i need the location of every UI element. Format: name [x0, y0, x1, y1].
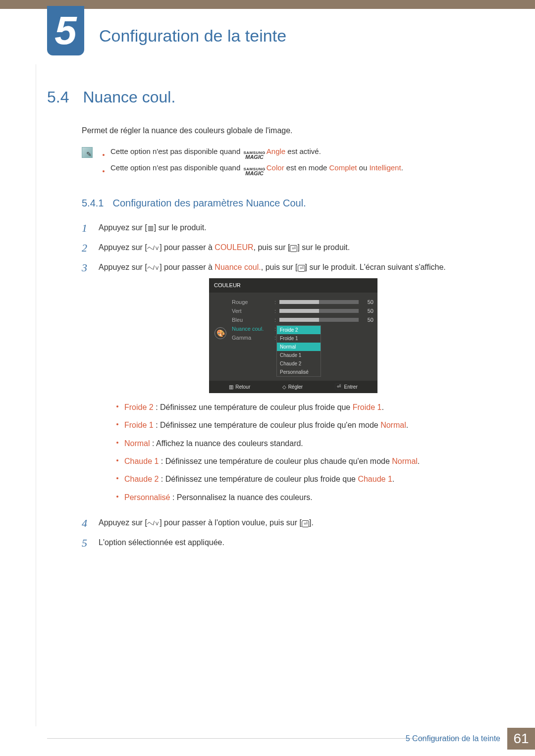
step-3: 3 Appuyez sur [ヘ/∨] pour passer à Nuance… — [82, 261, 488, 510]
note-term: Angle — [267, 147, 285, 155]
osd-option: Personnalisé — [277, 368, 321, 376]
step-4: 4 Appuyez sur [ヘ/∨] pour passer à l'opti… — [82, 517, 488, 530]
section-heading: 5.4 Nuance coul. — [47, 88, 488, 106]
enter-icon: ⏎ — [290, 245, 297, 252]
note-block: Cette option n'est pas disponible quand … — [82, 147, 488, 180]
footer-chapter: 5 Configuration de la teinte — [406, 734, 507, 743]
left-margin-rule — [36, 64, 36, 726]
osd-option: Chaude 2 — [277, 359, 321, 368]
subsection-heading: 5.4.1 Configuration des paramètres Nuanc… — [82, 198, 488, 209]
samsung-magic-logo: SAMSUNG MAGIC — [243, 168, 265, 176]
footer-rule — [47, 738, 461, 739]
option-desc: Chaude 1 : Définissez une température de… — [116, 456, 488, 467]
osd-screenshot: COULEUR 🎨 Rouge:50 Vert:50 Bleu:50 Nuanc… — [209, 278, 377, 393]
option-desc: Personnalisé : Personnalisez la nuance d… — [116, 492, 488, 503]
chapter-number: 5 — [54, 8, 77, 53]
step-1: 1 Appuyez sur [▥] sur le produit. — [82, 222, 488, 235]
bullet-icon — [103, 170, 105, 172]
step-number: 3 — [82, 261, 90, 274]
chapter-badge: 5 — [47, 6, 84, 55]
bullet-icon — [116, 477, 118, 479]
osd-title: COULEUR — [209, 278, 377, 293]
step-5: 5 L'option sélectionnée est appliquée. — [82, 537, 488, 550]
subsection-number: 5.4.1 — [82, 198, 104, 209]
adjust-icon: ◇ — [282, 383, 286, 391]
step-2: 2 Appuyez sur [ヘ/∨] pour passer à COULEU… — [82, 242, 488, 254]
subsection-title: Configuration des paramètres Nuance Coul… — [112, 198, 306, 209]
chapter-header: 5 Configuration de la teinte — [0, 9, 535, 68]
enter-icon: ⏎ — [335, 383, 342, 390]
bullet-icon — [116, 405, 118, 407]
osd-option: Chaude 1 — [277, 351, 321, 359]
samsung-magic-logo: SAMSUNG MAGIC — [243, 151, 265, 159]
note-text: Cette option n'est pas disponible quand — [110, 147, 242, 155]
osd-option: Normal — [277, 343, 321, 351]
bullet-icon — [103, 154, 105, 156]
step-number: 2 — [82, 242, 90, 254]
note-icon — [82, 147, 93, 158]
note-item: Cette option n'est pas disponible quand … — [103, 147, 488, 159]
enter-icon: ⏎ — [298, 265, 305, 272]
option-desc: Froide 1 : Définissez une température de… — [116, 420, 488, 431]
updown-icon: ヘ/∨ — [147, 263, 160, 272]
palette-icon: 🎨 — [214, 327, 226, 339]
chapter-title: Configuration de la teinte — [99, 26, 286, 46]
updown-icon: ヘ/∨ — [147, 244, 160, 252]
page-footer: 5 Configuration de la teinte 61 — [0, 725, 535, 750]
menu-icon: ▥ — [147, 223, 154, 233]
option-desc: Normal : Affichez la nuance des couleurs… — [116, 438, 488, 449]
enter-icon: ⏎ — [302, 520, 309, 527]
step-number: 5 — [82, 537, 90, 550]
step-number: 4 — [82, 517, 90, 530]
option-desc: Chaude 2 : Définissez une température de… — [116, 474, 488, 485]
section-number: 5.4 — [47, 88, 69, 106]
osd-option: Froide 1 — [277, 334, 321, 343]
bullet-icon — [116, 442, 118, 444]
bullet-icon — [116, 496, 118, 498]
bullet-icon — [116, 423, 118, 425]
bullet-icon — [116, 459, 118, 461]
note-item: Cette option n'est pas disponible quand … — [103, 163, 488, 176]
updown-icon: ヘ/∨ — [147, 519, 160, 528]
option-desc: Froide 2 : Définissez une température de… — [116, 402, 488, 413]
osd-option: Froide 2 — [277, 326, 321, 334]
section-intro: Permet de régler la nuance des couleurs … — [82, 126, 488, 135]
page-number: 61 — [507, 728, 535, 750]
menu-icon: ▥ — [229, 383, 233, 391]
section-title: Nuance coul. — [83, 88, 175, 106]
step-number: 1 — [82, 222, 90, 235]
